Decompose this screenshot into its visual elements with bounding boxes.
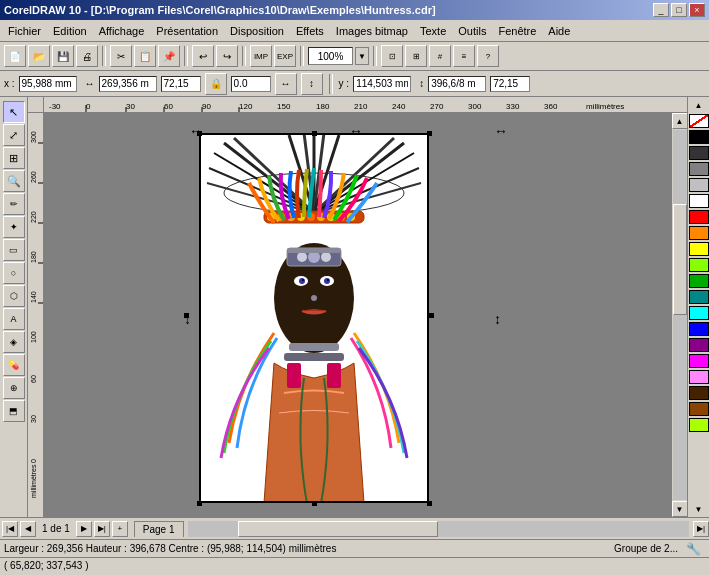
color-teal[interactable] [689, 290, 709, 304]
scroll-down-btn[interactable]: ▼ [672, 501, 688, 517]
menu-presentation[interactable]: Présentation [150, 23, 224, 39]
menu-aide[interactable]: Aide [542, 23, 576, 39]
flip-v-btn[interactable]: ↕ [301, 73, 323, 95]
color-blue[interactable] [689, 322, 709, 336]
minimize-button[interactable]: _ [653, 3, 669, 17]
menu-images-bitmap[interactable]: Images bitmap [330, 23, 414, 39]
add-page-btn[interactable]: + [112, 521, 128, 537]
grid-button[interactable]: # [429, 45, 451, 67]
bottom-scroll-track[interactable] [188, 521, 689, 537]
menu-effets[interactable]: Effets [290, 23, 330, 39]
svg-point-76 [311, 295, 317, 301]
redo-button[interactable]: ↪ [216, 45, 238, 67]
color-green[interactable] [689, 274, 709, 288]
snap-button[interactable]: ⊡ [381, 45, 403, 67]
menu-texte[interactable]: Texte [414, 23, 452, 39]
smart-tool[interactable]: ✦ [3, 216, 25, 238]
close-button[interactable]: × [689, 3, 705, 17]
menu-affichage[interactable]: Affichage [93, 23, 151, 39]
crop-tool[interactable]: ⊞ [3, 147, 25, 169]
handle-mr[interactable] [429, 313, 434, 318]
paste-button[interactable]: 📌 [158, 45, 180, 67]
zoom-input[interactable] [308, 47, 353, 65]
menu-disposition[interactable]: Disposition [224, 23, 290, 39]
options-button[interactable]: ≡ [453, 45, 475, 67]
zoom-dropdown[interactable]: ▼ [355, 47, 369, 65]
palette-scroll-up[interactable]: ▲ [688, 97, 709, 113]
polygon-tool[interactable]: ⬡ [3, 285, 25, 307]
handle-tc[interactable] [312, 131, 317, 136]
w-input[interactable] [99, 76, 157, 92]
maximize-button[interactable]: □ [671, 3, 687, 17]
color-dark-brown[interactable] [689, 386, 709, 400]
next-page-btn[interactable]: ▶ [76, 521, 92, 537]
color-red[interactable] [689, 210, 709, 224]
snap2-button[interactable]: ⊞ [405, 45, 427, 67]
freehand-tool[interactable]: ✏ [3, 193, 25, 215]
menu-fenetre[interactable]: Fenêtre [492, 23, 542, 39]
open-button[interactable]: 📂 [28, 45, 50, 67]
color-purple[interactable] [689, 338, 709, 352]
color-black[interactable] [689, 130, 709, 144]
color-yellow[interactable] [689, 242, 709, 256]
import-button[interactable]: IMP [250, 45, 272, 67]
menu-fichier[interactable]: Fichier [2, 23, 47, 39]
fill-tool[interactable]: ◈ [3, 331, 25, 353]
color-dark-gray[interactable] [689, 146, 709, 160]
y-input[interactable] [353, 76, 411, 92]
scroll-track-v[interactable] [673, 130, 687, 500]
handle-br[interactable] [427, 501, 432, 506]
color-white[interactable] [689, 194, 709, 208]
select-tool[interactable]: ↖ [3, 101, 25, 123]
outline-tool[interactable]: ⊕ [3, 377, 25, 399]
blend-tool[interactable]: ⬒ [3, 400, 25, 422]
zoom-tool[interactable]: 🔍 [3, 170, 25, 192]
color-gray[interactable] [689, 162, 709, 176]
menu-outils[interactable]: Outils [452, 23, 492, 39]
color-none[interactable] [689, 114, 709, 128]
scroll-up-btn[interactable]: ▲ [672, 113, 688, 129]
size-h-input[interactable] [490, 76, 530, 92]
handle-bc[interactable] [312, 501, 317, 506]
cut-button[interactable]: ✂ [110, 45, 132, 67]
copy-button[interactable]: 📋 [134, 45, 156, 67]
svg-rect-77 [289, 343, 339, 351]
export-button[interactable]: EXP [274, 45, 296, 67]
svg-point-72 [299, 278, 305, 284]
print-button[interactable]: 🖨 [76, 45, 98, 67]
eyedropper-tool[interactable]: 💊 [3, 354, 25, 376]
text-tool[interactable]: A [3, 308, 25, 330]
palette-scroll-down[interactable]: ▼ [688, 501, 709, 517]
size-w-input[interactable] [161, 76, 201, 92]
color-cyan[interactable] [689, 306, 709, 320]
help-button[interactable]: ? [477, 45, 499, 67]
rect-tool[interactable]: ▭ [3, 239, 25, 261]
prev-page-btn[interactable]: ◀ [20, 521, 36, 537]
color-light-green[interactable] [689, 258, 709, 272]
handle-bl[interactable] [197, 501, 202, 506]
color-pink[interactable] [689, 370, 709, 384]
color-light-gray[interactable] [689, 178, 709, 192]
ellipse-tool[interactable]: ○ [3, 262, 25, 284]
canvas-area[interactable]: ↔ ↔ ↔ ↕ ↕ [44, 113, 671, 517]
color-brown[interactable] [689, 402, 709, 416]
h-input[interactable] [428, 76, 486, 92]
x-input[interactable] [19, 76, 77, 92]
first-page-btn[interactable]: |◀ [2, 521, 18, 537]
menu-edition[interactable]: Edition [47, 23, 93, 39]
save-button[interactable]: 💾 [52, 45, 74, 67]
shape-tool[interactable]: ⤢ [3, 124, 25, 146]
lock-proportions-btn[interactable]: 🔒 [205, 73, 227, 95]
color-magenta[interactable] [689, 354, 709, 368]
svg-rect-79 [287, 363, 301, 388]
new-button[interactable]: 📄 [4, 45, 26, 67]
scroll-right-end-btn[interactable]: ▶| [693, 521, 709, 537]
page-tab[interactable]: Page 1 [134, 521, 184, 537]
last-page-btn[interactable]: ▶| [94, 521, 110, 537]
angle-input[interactable] [231, 76, 271, 92]
undo-button[interactable]: ↩ [192, 45, 214, 67]
flip-h-btn[interactable]: ↔ [275, 73, 297, 95]
handle-tr[interactable] [427, 131, 432, 136]
color-orange[interactable] [689, 226, 709, 240]
color-lime[interactable] [689, 418, 709, 432]
